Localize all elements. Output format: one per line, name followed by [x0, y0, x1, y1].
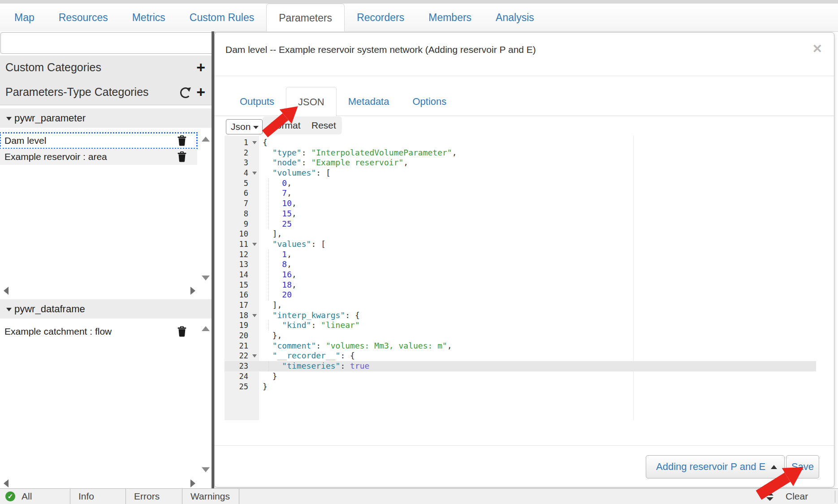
- code-line[interactable]: ],: [263, 229, 457, 239]
- gutter-line: 16: [225, 290, 259, 300]
- format-button[interactable]: Format: [271, 120, 301, 131]
- scroll-right-icon[interactable]: [190, 287, 195, 295]
- header-divider: [215, 76, 834, 76]
- scroll-left-icon[interactable]: [4, 287, 9, 295]
- category-search-input[interactable]: [0, 32, 219, 54]
- scroll-up-icon[interactable]: [202, 326, 210, 331]
- tab-outputs[interactable]: Outputs: [228, 87, 286, 116]
- log-filter-label: Warnings: [190, 491, 230, 501]
- check-icon: ✓: [5, 491, 15, 501]
- add-parameter-category-button[interactable]: +: [196, 84, 205, 99]
- trash-icon[interactable]: [177, 135, 186, 146]
- scenario-select-button[interactable]: Adding reservoir P and E: [646, 455, 785, 478]
- gutter-line: 22: [225, 351, 259, 361]
- nav-tab-resources[interactable]: Resources: [47, 4, 120, 31]
- code-line[interactable]: "timeseries": true: [263, 361, 457, 371]
- code-line[interactable]: 18,: [263, 280, 457, 290]
- parameter-dialog: Dam level -- Example reservoir system ne…: [214, 32, 834, 487]
- list-item-example-reservoir-area[interactable]: Example reservoir : area: [0, 149, 197, 165]
- sort-icon[interactable]: [766, 492, 773, 501]
- log-filter-label: Info: [78, 491, 94, 501]
- tab-json[interactable]: JSON: [286, 87, 337, 116]
- scroll-down-icon[interactable]: [202, 467, 210, 472]
- group-pywr-dataframe[interactable]: pywr_dataframe: [0, 299, 212, 319]
- code-line[interactable]: }: [263, 371, 457, 382]
- code-line[interactable]: "values": [: [263, 239, 457, 250]
- code-line[interactable]: 15,: [263, 209, 457, 219]
- code-line[interactable]: "kind": "linear": [263, 320, 457, 331]
- scroll-up-icon[interactable]: [202, 137, 210, 142]
- add-custom-category-button[interactable]: +: [196, 60, 205, 75]
- log-filter-info[interactable]: Info: [70, 489, 126, 504]
- gutter-line: 25: [225, 382, 259, 392]
- trash-icon[interactable]: [177, 326, 186, 337]
- nav-tab-metrics[interactable]: Metrics: [120, 4, 177, 31]
- fold-caret-icon[interactable]: [252, 141, 257, 144]
- log-filter-all[interactable]: ✓All: [0, 489, 70, 504]
- nav-tab-parameters[interactable]: Parameters: [266, 4, 345, 31]
- main-nav: MapResourcesMetricsCustom RulesParameter…: [0, 4, 838, 32]
- code-line[interactable]: 10,: [263, 198, 457, 209]
- tab-options[interactable]: Options: [401, 87, 458, 116]
- code-line[interactable]: }: [263, 382, 457, 392]
- code-line[interactable]: "node": "Example reservoir",: [263, 158, 457, 168]
- close-icon[interactable]: ✕: [812, 42, 822, 56]
- log-filter-errors[interactable]: Errors: [126, 489, 182, 504]
- code-line[interactable]: 20: [263, 290, 457, 300]
- reset-button[interactable]: Reset: [311, 120, 336, 131]
- code-line[interactable]: ],: [263, 300, 457, 310]
- code-line[interactable]: 16,: [263, 270, 457, 280]
- fold-caret-icon[interactable]: [252, 172, 257, 175]
- list-item-example-catchment-flow[interactable]: Example catchment : flow: [0, 323, 197, 340]
- scroll-right-icon[interactable]: [190, 479, 195, 487]
- nav-tab-map[interactable]: Map: [2, 4, 47, 31]
- code-line[interactable]: {: [263, 138, 457, 148]
- gutter-line: 2: [225, 148, 259, 158]
- nav-tab-custom-rules[interactable]: Custom Rules: [177, 4, 266, 31]
- editor-mode-value: Json: [231, 121, 251, 132]
- chevron-down-icon: [253, 126, 259, 129]
- dialog-title: Dam level -- Example reservoir system ne…: [225, 44, 536, 55]
- list-item-label: Example reservoir : area: [4, 151, 107, 162]
- code-line[interactable]: 7,: [263, 188, 457, 198]
- gutter-line: 14: [225, 270, 259, 280]
- code-line[interactable]: "interp_kwargs": {: [263, 310, 457, 321]
- code-line[interactable]: "type": "InterpolatedVolumeParameter",: [263, 148, 457, 158]
- pywr-parameter-items: Dam levelExample reservoir : area: [0, 133, 197, 165]
- editor-code[interactable]: { "type": "InterpolatedVolumeParameter",…: [263, 138, 457, 392]
- save-button[interactable]: Save: [786, 455, 819, 478]
- nav-tab-members[interactable]: Members: [416, 4, 484, 31]
- fold-caret-icon[interactable]: [252, 314, 257, 317]
- nav-tab-analysis[interactable]: Analysis: [484, 4, 546, 31]
- editor-toolbar: Format Reset: [263, 116, 342, 134]
- scroll-left-icon[interactable]: [4, 479, 9, 487]
- code-line[interactable]: 25: [263, 219, 457, 229]
- editor-mode-select[interactable]: Json: [226, 119, 263, 134]
- custom-categories-title: Custom Categories: [5, 61, 101, 74]
- code-line[interactable]: },: [263, 331, 457, 341]
- code-line[interactable]: "volumes": [: [263, 168, 457, 178]
- code-line[interactable]: 8,: [263, 259, 457, 270]
- print-margin-line: [633, 136, 634, 420]
- trash-icon[interactable]: [177, 151, 186, 162]
- log-filter-warnings[interactable]: Warnings: [182, 489, 239, 504]
- code-line[interactable]: 0,: [263, 178, 457, 189]
- pywr-dataframe-items: Example catchment : flow: [0, 323, 197, 340]
- code-line[interactable]: "comment": "volumes: Mm3, values: m",: [263, 341, 457, 351]
- list-item-dam-level[interactable]: Dam level: [0, 133, 197, 149]
- fold-caret-icon[interactable]: [252, 354, 257, 358]
- clear-log-button[interactable]: Clear: [786, 489, 808, 504]
- fold-caret-icon[interactable]: [252, 243, 257, 246]
- scroll-down-icon[interactable]: [202, 276, 210, 280]
- group-pywr-parameter[interactable]: pywr_parameter: [0, 108, 212, 128]
- nav-tab-recorders[interactable]: Recorders: [345, 4, 416, 31]
- tab-metadata[interactable]: Metadata: [337, 87, 401, 116]
- code-line[interactable]: 1,: [263, 250, 457, 260]
- window-top-strip: [0, 0, 838, 4]
- code-line[interactable]: "__recorder__": {: [263, 351, 457, 361]
- json-editor[interactable]: 1234567891011121314151617181920212223242…: [225, 136, 816, 420]
- sidebar: Custom Categories + Parameters-Type Cate…: [0, 31, 212, 488]
- refresh-icon[interactable]: [180, 86, 191, 97]
- log-filter-label: All: [22, 491, 32, 501]
- chevron-down-icon: [6, 117, 12, 121]
